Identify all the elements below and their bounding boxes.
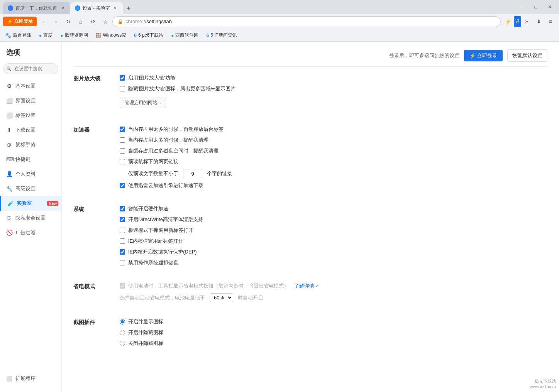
ps2-select[interactable]: 60% 40% 20% (210, 293, 233, 302)
label-sc3[interactable]: 关闭并隐藏图标 (120, 340, 163, 347)
checkbox-sys2[interactable] (120, 217, 125, 222)
ps2-prefix: 选择自动启动省电模式，电池电量低于 (120, 294, 205, 301)
maximize-button[interactable]: □ (530, 2, 542, 12)
checkbox-sys1[interactable] (120, 206, 125, 211)
main-login-button[interactable]: ⚡ 立即登录 (464, 50, 503, 61)
login-hint-text: 登录后，即可多端同步您的设置 (389, 52, 459, 59)
bookmark-xixisoft[interactable]: ● 西西软件园 (169, 31, 201, 39)
checkbox-sys4[interactable] (120, 238, 125, 244)
label-sys6[interactable]: 禁用操作系统虚拟键盘 (120, 259, 178, 266)
history-back-button[interactable]: ↺ (88, 16, 98, 27)
nav-bar: ⚡ 立即登录 ‹ › ↻ ⌂ ↺ ☆ 🔒 chrome://settings/l… (0, 14, 559, 29)
checkbox-hide-magnifier-icon[interactable] (120, 86, 125, 91)
bookmark-oufei[interactable]: ● 欧菲资源网 (58, 31, 90, 39)
label-sc1[interactable]: 开启并显示图标 (120, 318, 163, 325)
ps2-suffix: 时自动开启 (238, 294, 263, 301)
setting-row-sys6: 禁用操作系统虚拟键盘 (120, 259, 547, 266)
extension-icon[interactable]: ⚡ (502, 16, 513, 27)
sidebar-item-advanced[interactable]: 🔧 高级设置 (0, 181, 61, 196)
setting-row-sys4: IE内核弹窗用新标签打开 (120, 238, 547, 245)
section-content-system: 智能开启硬件加速 开启DirectWrite高清字体渲染支持 极速模式下弹窗用新… (120, 205, 547, 270)
checkbox-sys3[interactable] (120, 228, 125, 233)
checkbox-acc5[interactable] (120, 183, 125, 188)
label-hide-magnifier-icon[interactable]: 隐藏'图片放大镜'图标，腾出更多区域来显示图片 (120, 85, 235, 92)
minimize-button[interactable]: – (516, 2, 528, 12)
radio-sc3[interactable] (120, 341, 125, 346)
power-learn-more-link[interactable]: 了解详情 > (294, 282, 318, 289)
refresh-button[interactable]: ↻ (63, 16, 74, 27)
label-sys5[interactable]: IE内核开启数据执行保护(DEP) (120, 248, 197, 255)
label-sys3[interactable]: 极速模式下弹窗用新标签打开 (120, 227, 193, 234)
back-button[interactable]: ‹ (38, 16, 49, 27)
bookmark-icon-5: 6 (134, 33, 137, 38)
sidebar-item-mouse[interactable]: ⊕ 鼠标手势 (0, 137, 61, 152)
label-sys2[interactable]: 开启DirectWrite高清字体渲染支持 (120, 216, 203, 223)
radio-sc1[interactable] (120, 319, 125, 324)
bookmark-houtaidenglu[interactable]: 🐾 后台登陆 (3, 31, 34, 39)
label-ps1[interactable]: 使用电池时，工具栏显示省电模式按钮（取消勾选时，将退出省电模式） (120, 282, 289, 289)
home-button[interactable]: ⌂ (75, 16, 86, 27)
search-input[interactable] (3, 63, 58, 74)
tabs-settings-icon: ⬜ (6, 112, 12, 118)
new-tab-button[interactable]: + (123, 3, 134, 14)
label-acc5[interactable]: 使用迅雷云加速引擎进行加速下载 (120, 182, 203, 189)
forward-button[interactable]: › (51, 16, 61, 27)
menu-icon[interactable]: ≡ (545, 16, 556, 27)
acc-min-input[interactable] (183, 169, 202, 178)
translate-icon[interactable]: 译 (514, 16, 521, 27)
checkbox-enable-magnifier[interactable] (120, 75, 125, 81)
sidebar-item-adfilter[interactable]: 🚫 广告过滤 (0, 225, 61, 240)
radio-sc2[interactable] (120, 330, 125, 335)
label-sys1[interactable]: 智能开启硬件加速 (120, 205, 168, 212)
bookmark-pc6[interactable]: 6 6 pc6下载站 (132, 31, 166, 39)
bookmark-button[interactable]: ☆ (100, 16, 111, 27)
label-acc2[interactable]: 当内存占用太多的时候，提醒我清理 (120, 137, 208, 144)
checkbox-acc1[interactable] (120, 127, 125, 132)
label-sc2[interactable]: 开启并隐藏图标 (120, 329, 163, 336)
bookmark-icon-1: 🐾 (5, 33, 11, 38)
label-acc1[interactable]: 当内存占用太多的时候，自动释放后台标签 (120, 126, 224, 133)
sidebar-item-shortcut[interactable]: ⌨ 快捷键 (0, 152, 61, 167)
address-bar[interactable]: 🔒 chrome://settings/lab (112, 16, 501, 27)
sidebar-item-tabs[interactable]: ⬜ 标签设置 (0, 108, 61, 123)
label-acc3[interactable]: 当缓存占用过多磁盘空间时，提醒我清理 (120, 147, 219, 154)
sidebar-item-label-profile: 个人资料 (15, 171, 36, 177)
section-label-screenshot: 截图插件 (73, 318, 120, 351)
label-enable-magnifier[interactable]: 启用'图片放大镜'功能 (120, 74, 175, 81)
section-power-saving: 省电模式 使用电池时，工具栏显示省电模式按钮（取消勾选时，将退出省电模式） 了解… (73, 282, 547, 306)
sidebar-item-ui[interactable]: ⬜ 界面设置 (0, 93, 61, 108)
tab-close-settings[interactable]: ✕ (112, 5, 119, 11)
watermark: 极光下载站 www.xz7.com (530, 378, 556, 389)
bookmark-itnews[interactable]: 6 6 IT新闻资讯 (204, 31, 239, 39)
checkbox-sys6[interactable] (120, 260, 125, 265)
sidebar-item-download[interactable]: ⬇ 下载设置 (0, 123, 61, 137)
tab-settings[interactable]: 设置 - 实验室 ✕ (70, 2, 123, 14)
label-acc4[interactable]: 预读鼠标下的网页链接 (120, 158, 178, 165)
sidebar-item-label-advanced: 高级设置 (15, 185, 36, 192)
tab-baidu[interactable]: 百度一下，你就知道 ✕ (3, 2, 70, 14)
close-button[interactable]: ✕ (544, 2, 556, 12)
bookmark-windows[interactable]: 🪟 Windows应 (93, 31, 129, 39)
label-sys4[interactable]: IE内核弹窗用新标签打开 (120, 238, 183, 245)
manage-sites-button[interactable]: 管理启用的网站... (120, 98, 166, 108)
scissors-icon[interactable]: ✂ (522, 16, 533, 27)
sidebar-item-extensions[interactable]: ⬜ 扩展程序 (0, 371, 61, 386)
nav-actions: ⚡ 译 ✂ ⬇ ≡ (502, 16, 556, 27)
checkbox-acc2[interactable] (120, 137, 125, 143)
sidebar-item-privacy[interactable]: 🛡 隐私安全设置 (0, 211, 61, 225)
checkbox-acc3[interactable] (120, 148, 125, 154)
restore-defaults-button[interactable]: 恢复默认设置 (507, 49, 547, 62)
bookmark-baidu[interactable]: ● 百度 (37, 31, 55, 39)
download-icon[interactable]: ⬇ (534, 16, 544, 27)
checkbox-ps1[interactable] (120, 283, 125, 289)
sidebar-item-basic[interactable]: ⚙ 基本设置 (0, 79, 61, 93)
tab-close-baidu[interactable]: ✕ (59, 5, 66, 11)
checkbox-sys5[interactable] (120, 249, 125, 255)
header-login-button[interactable]: ⚡ 立即登录 (3, 17, 37, 26)
sidebar-item-profile[interactable]: 👤 个人资料 (0, 167, 61, 181)
section-system: 系统 智能开启硬件加速 开启DirectWrite高清字体渲染支持 (73, 205, 547, 270)
address-text: chrome://settings/lab (125, 19, 496, 24)
sidebar-item-lab[interactable]: 🧪 实验室 New (0, 196, 61, 211)
sidebar-item-label-basic: 基本设置 (15, 83, 36, 90)
checkbox-acc4[interactable] (120, 159, 125, 164)
